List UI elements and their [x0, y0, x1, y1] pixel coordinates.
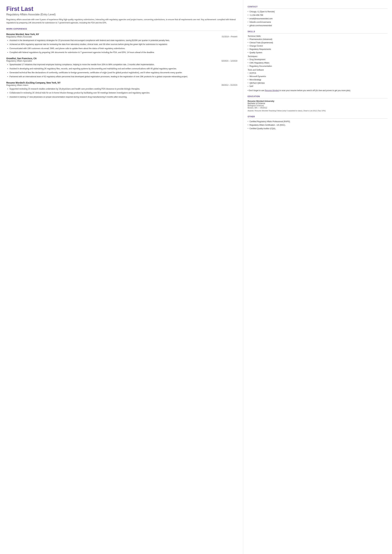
job-3-title-line: Regulatory Affairs Intern 06/2012 – 01/2…	[6, 84, 237, 86]
list-item: Assisted in training 17 new physicians o…	[7, 96, 237, 99]
education-title: EDUCATION	[248, 95, 388, 98]
list-item: Spearheaded 17 initiatives that improved…	[7, 63, 237, 66]
job-1-dates: 01/2019 – Present	[222, 36, 237, 38]
list-item: Regulatory Affairs Certification - US (R…	[248, 124, 388, 127]
job-3-dates: 06/2012 – 01/2015	[222, 84, 237, 86]
resume-worded-link[interactable]: Resume Worded	[265, 89, 279, 92]
list-item: +1-234-456-789	[248, 14, 388, 17]
job-1-title-line: Regulatory Affairs Associate 01/2019 – P…	[6, 36, 237, 38]
job-1-title: Regulatory Affairs Associate	[6, 36, 32, 38]
list-item: Chicago, IL (Open to Remote)	[248, 10, 388, 13]
list-item: Supported reviewing 15 research studies …	[7, 87, 237, 91]
edu-field: Biological Sciences	[248, 105, 388, 107]
list-item: email@resumeworded.com	[248, 17, 388, 20]
edu-awards: Awards: Resume Worded Teaching Fellow (o…	[248, 109, 388, 112]
job-3: Resume Worded's Exciting Company, New Yo…	[6, 81, 237, 99]
list-item: SAP	[248, 85, 388, 88]
job-3-bullets: Supported reviewing 15 research studies …	[6, 87, 237, 99]
list-item: Certified Regulatory Affairs Professiona…	[248, 120, 388, 123]
list-item: linkedin.com/in/username	[248, 21, 388, 23]
list-item: CMC Regulatory Affairs	[248, 61, 388, 64]
skills-cat-3: Tools and Software	[248, 69, 388, 71]
education-section: EDUCATION Resume Worded University Bache…	[248, 95, 388, 112]
list-item: Change Control	[248, 44, 388, 47]
list-item: Microsoft Dynamics	[248, 75, 388, 78]
contact-section: CONTACT Chicago, IL (Open to Remote) +1-…	[248, 6, 388, 27]
job-3-title: Regulatory Affairs Intern	[6, 84, 28, 86]
list-item: Complied with federal regulations by pre…	[7, 51, 237, 54]
other-list: Certified Regulatory Affairs Professiona…	[248, 120, 388, 130]
list-item: Certified Quality Auditor (CQA).	[248, 127, 388, 130]
job-2-title: Regulatory Affairs Specialist	[6, 60, 32, 62]
list-item: Quality System	[248, 51, 388, 54]
skills-list-1: Pharmaceutics (Advanced) Clinical Trials…	[248, 38, 388, 54]
list-item: QlikTech QlikView	[248, 82, 388, 85]
list-item: Clinical Trials (Experienced)	[248, 41, 388, 44]
job-1: Resume Worded, New York, NY Regulatory A…	[6, 33, 237, 54]
candidate-name: First Last	[6, 6, 237, 12]
list-item: Assisted in developing and maintaining 2…	[7, 67, 237, 70]
list-item: HCPCS	[248, 72, 388, 75]
skills-cat-1: Technical Skills:	[248, 35, 388, 37]
list-item: Regulatory Documentation	[248, 65, 388, 68]
work-experience-title: WORK EXPERIENCE	[6, 28, 237, 31]
skills-section: SKILLS Technical Skills: Pharmaceutics (…	[248, 30, 388, 92]
job-3-header: Resume Worded's Exciting Company, New Yo…	[6, 81, 237, 84]
other-section: OTHER Certified Regulatory Affairs Profe…	[248, 116, 388, 130]
sidebar: CONTACT Chicago, IL (Open to Remote) +1-…	[243, 0, 392, 554]
job-2-header: Growthsi, San Francisco, CA	[6, 57, 237, 60]
edu-1: Resume Worded University Bachelor of Sci…	[248, 100, 388, 112]
summary-text: Regulatory affairs associate with over 8…	[6, 18, 237, 24]
list-item: Regulatory Requirements	[248, 48, 388, 51]
other-title: OTHER	[248, 116, 388, 119]
work-experience-section: WORK EXPERIENCE Resume Worded, New York,…	[6, 28, 237, 99]
contact-list: Chicago, IL (Open to Remote) +1-234-456-…	[248, 10, 388, 27]
skills-cat-2: Techniques:	[248, 55, 388, 57]
resume-worded-note: • Don't forget to use Resume Worded to s…	[248, 89, 388, 92]
list-item: Generated technical files like declarati…	[7, 71, 237, 74]
candidate-title: Regulatory Affairs Associate (Entry Leve…	[6, 13, 237, 16]
job-2: Growthsi, San Francisco, CA Regulatory A…	[6, 57, 237, 78]
list-item: Collaborated in reviewing 1K clinical tr…	[7, 92, 237, 94]
list-item: Partnered with an international team of …	[7, 75, 237, 78]
list-item: Communicated with 10K customers via emai…	[7, 47, 237, 50]
edu-date: Boston, MA — 05/2012	[248, 107, 388, 109]
main-column: First Last Regulatory Affairs Associate …	[0, 0, 243, 554]
list-item: Drug Development	[248, 58, 388, 61]
edu-degree: Bachelor of Science	[248, 102, 388, 105]
job-2-dates: 02/2015 – 12/2018	[222, 60, 237, 62]
job-2-title-line: Regulatory Affairs Specialist 02/2015 – …	[6, 60, 237, 62]
job-3-company: Resume Worded's Exciting Company, New Yo…	[6, 81, 61, 84]
list-item: github.com/resumeworded	[248, 24, 388, 27]
edu-school: Resume Worded University	[248, 100, 388, 102]
job-2-company: Growthsi, San Francisco, CA	[6, 57, 37, 60]
skills-list-3: HCPCS Microsoft Dynamics MicroStrategy Q…	[248, 72, 388, 88]
list-item: MicroStrategy	[248, 78, 388, 81]
skills-list-2: Drug Development CMC Regulatory Affairs …	[248, 58, 388, 68]
job-1-header: Resume Worded, New York, NY	[6, 33, 237, 36]
job-2-bullets: Spearheaded 17 initiatives that improved…	[6, 63, 237, 78]
list-item: Pharmaceutics (Advanced)	[248, 38, 388, 41]
list-item: Assisted in the development of regulator…	[7, 39, 237, 42]
skills-title: SKILLS	[248, 30, 388, 34]
job-1-company: Resume Worded, New York, NY	[6, 33, 39, 36]
list-item: Achieved an 80% regulatory approval rate…	[7, 43, 237, 46]
job-1-bullets: Assisted in the development of regulator…	[6, 39, 237, 54]
contact-title: CONTACT	[248, 6, 388, 9]
